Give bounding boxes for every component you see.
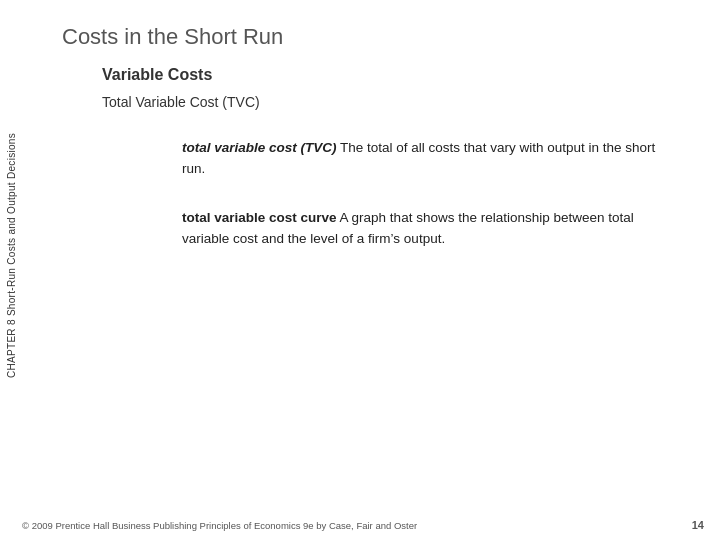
def-term-tvc: total variable cost (TVC) bbox=[182, 140, 337, 155]
page-container: CHAPTER 8 Short-Run Costs and Output Dec… bbox=[0, 0, 720, 540]
sidebar-text: CHAPTER 8 Short-Run Costs and Output Dec… bbox=[6, 132, 17, 377]
definition-block-tvc: total variable cost (TVC) The total of a… bbox=[182, 138, 660, 180]
footer-copyright: © 2009 Prentice Hall Business Publishing… bbox=[22, 520, 417, 531]
definition-text-tvc: total variable cost (TVC) The total of a… bbox=[182, 138, 660, 180]
sidebar-label: CHAPTER 8 Short-Run Costs and Output Dec… bbox=[0, 0, 22, 510]
page-title: Costs in the Short Run bbox=[22, 0, 720, 60]
main-content: Costs in the Short Run Variable Costs To… bbox=[22, 0, 720, 510]
definition-text-tvc-curve: total variable cost curve A graph that s… bbox=[182, 208, 660, 250]
definition-block-tvc-curve: total variable cost curve A graph that s… bbox=[182, 208, 660, 250]
section-heading: Variable Costs bbox=[22, 60, 720, 90]
footer-page-number: 14 bbox=[692, 519, 704, 531]
sub-section-heading: Total Variable Cost (TVC) bbox=[22, 90, 720, 128]
definitions-area: total variable cost (TVC) The total of a… bbox=[22, 128, 720, 288]
def-term-tvc-curve: total variable cost curve bbox=[182, 210, 337, 225]
footer: © 2009 Prentice Hall Business Publishing… bbox=[0, 510, 720, 540]
